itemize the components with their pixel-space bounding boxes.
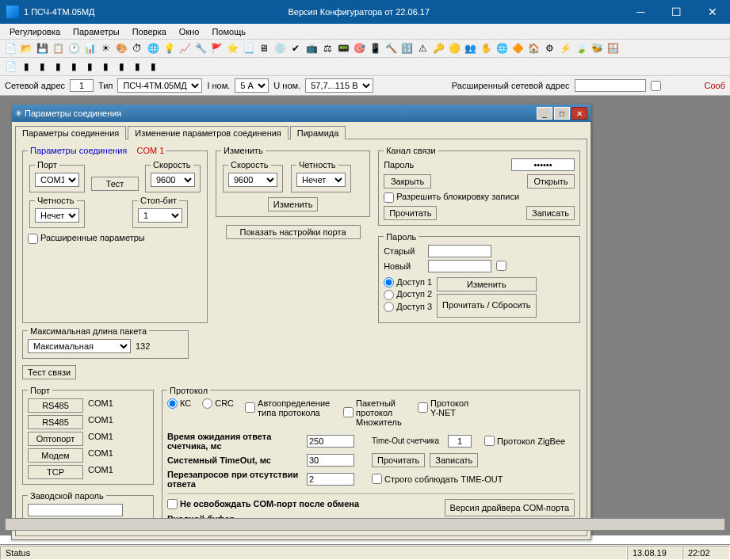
proto-auto-check[interactable] (245, 402, 255, 413)
factory-pwd-input[interactable] (28, 504, 123, 516)
tb2-m6-icon[interactable]: ▮ (98, 59, 113, 74)
proto-wait-input[interactable] (307, 435, 354, 448)
tb2-m1-icon[interactable]: ▮ (19, 59, 33, 74)
access2-radio[interactable] (384, 290, 394, 300)
ext-params-checkbox[interactable] (28, 234, 38, 244)
menu-help[interactable]: Помощь (205, 25, 252, 38)
tb2-m3-icon[interactable]: ▮ (51, 59, 65, 74)
proto-zigbee-check[interactable] (484, 436, 495, 446)
proto-zigbee-label[interactable]: Протокол ZigBee (484, 436, 565, 446)
proto-kc-label[interactable]: КС (167, 398, 191, 409)
tb-scale-icon[interactable]: ⚖ (320, 41, 334, 55)
proto-write-button[interactable]: Записать (430, 453, 478, 467)
tb-save-icon[interactable]: 💾 (35, 41, 49, 55)
type-select[interactable]: ПСЧ-4ТМ.05МД (117, 78, 202, 93)
proto-timeout-meter-input[interactable] (448, 435, 472, 448)
tb-floppy-icon[interactable]: 💿 (273, 41, 287, 55)
pwd-new-check[interactable] (496, 261, 506, 271)
tb-net-icon[interactable]: 🌐 (495, 41, 509, 55)
access3-label[interactable]: Доступ 3 (384, 302, 432, 313)
tab-connection-params[interactable]: Параметры соединения (15, 126, 126, 139)
child-minimize-button[interactable]: _ (537, 107, 552, 120)
tb-people-icon[interactable]: 👥 (463, 41, 477, 55)
tb-gold-icon[interactable]: 🟡 (447, 41, 461, 55)
allow-block-checkbox[interactable] (384, 192, 394, 203)
close-button[interactable]: ✕ (694, 0, 730, 24)
proto-strict-label[interactable]: Строго соблюдать TIME-OUT (372, 474, 503, 484)
port-rs485-2-button[interactable]: RS485 (28, 415, 83, 429)
tab-change-params[interactable]: Изменение параметров соединения (128, 126, 289, 139)
tb-new-icon[interactable]: 📄 (3, 41, 17, 55)
tb2-m2-icon[interactable]: ▮ (35, 59, 49, 74)
tb-tv-icon[interactable]: 📺 (304, 41, 319, 55)
tb-clock-icon[interactable]: 🕐 (67, 41, 81, 55)
menu-check[interactable]: Поверка (126, 25, 173, 38)
tb-window-icon[interactable]: 🪟 (606, 41, 620, 55)
tb-sun-icon[interactable]: ☀ (98, 41, 113, 55)
menu-regulate[interactable]: Регулировка (3, 25, 67, 38)
unom-select[interactable]: 57,7...115 В (305, 78, 373, 93)
tb-warn-icon[interactable]: ⚠ (415, 41, 430, 55)
tb-timer-icon[interactable]: ⏱ (130, 41, 144, 55)
tb-doc-icon[interactable]: 📃 (241, 41, 255, 55)
change-parity-select[interactable]: Нечет (296, 173, 346, 187)
allow-block-label[interactable]: Разрешить блокировку записи (384, 192, 519, 201)
tb2-m5-icon[interactable]: ▮ (82, 59, 97, 74)
speed-select[interactable]: 9600 (151, 173, 195, 187)
pwd-new-input[interactable] (428, 260, 491, 272)
proto-packet-check[interactable] (343, 407, 354, 417)
tb-num-icon[interactable]: 🔢 (399, 41, 414, 55)
driver-version-button[interactable]: Версия драйвера COM-порта (445, 499, 575, 516)
access3-radio[interactable] (384, 302, 394, 312)
show-port-settings-button[interactable]: Показать настройки порта (226, 225, 361, 239)
inom-select[interactable]: 5 А (235, 78, 269, 93)
ext-params-checkbox-label[interactable]: Расширенные параметры (28, 233, 145, 242)
tb-open-icon[interactable]: 📂 (19, 41, 33, 55)
channel-pwd-input[interactable] (511, 158, 575, 171)
tb-tool2-icon[interactable]: 🔨 (384, 41, 398, 55)
test-button[interactable]: Тест (91, 177, 139, 191)
proto-crc-label[interactable]: CRC (202, 398, 234, 409)
tb-flag-icon[interactable]: 🚩 (209, 41, 224, 55)
port-modem-button[interactable]: Модем (28, 448, 83, 463)
pwd-old-input[interactable] (428, 245, 491, 257)
tb-phone-icon[interactable]: 📱 (368, 41, 382, 55)
tb-copy-icon[interactable]: 📋 (51, 41, 65, 55)
port-rs485-1-button[interactable]: RS485 (28, 398, 83, 413)
proto-ynet-check[interactable] (418, 402, 428, 413)
proto-ynet-label[interactable]: Протокол Y-NET (418, 398, 473, 417)
maximize-button[interactable]: ☐ (659, 0, 694, 24)
tb2-page-icon[interactable]: 📄 (3, 59, 17, 74)
tb-screen-icon[interactable]: 🖥 (257, 41, 271, 55)
tb-wrench-icon[interactable]: 🔧 (193, 41, 208, 55)
tb-world-icon[interactable]: 🌐 (146, 41, 160, 55)
tab-pyramid[interactable]: Пирамида (290, 126, 346, 139)
tb-gear-icon[interactable]: ⚙ (542, 41, 556, 55)
channel-read-button[interactable]: Прочитать (384, 206, 437, 220)
tb-bee-icon[interactable]: 🐝 (590, 41, 604, 55)
change-button[interactable]: Изменить (268, 197, 319, 211)
menu-window[interactable]: Окно (173, 25, 206, 38)
maxlen-select[interactable]: Максимальная (28, 339, 131, 353)
tb2-m4-icon[interactable]: ▮ (67, 59, 81, 74)
tb-bulb-icon[interactable]: 💡 (162, 41, 176, 55)
child-close-button[interactable]: ✕ (571, 107, 587, 120)
tb-misc1-icon[interactable]: 🔶 (510, 41, 525, 55)
pwd-change-button[interactable]: Изменить (437, 277, 536, 291)
tb-graph-icon[interactable]: 📊 (82, 41, 97, 55)
tb-house-icon[interactable]: 🏠 (526, 41, 541, 55)
tb-chart-icon[interactable]: 📈 (178, 41, 192, 55)
tb-key-icon[interactable]: 🔑 (431, 41, 445, 55)
proto-nofree-check[interactable] (167, 499, 178, 509)
tb-target-icon[interactable]: 🎯 (352, 41, 366, 55)
stopbit-select[interactable]: 1 (138, 208, 182, 223)
tb2-m9-icon[interactable]: ▮ (146, 59, 160, 74)
pwd-read-reset-button[interactable]: Прочитать / Сбросить (437, 294, 536, 318)
menu-params[interactable]: Параметры (67, 25, 126, 38)
ext-addr-input[interactable] (575, 79, 646, 92)
minimize-button[interactable]: ─ (623, 0, 659, 24)
channel-close-button[interactable]: Закрыть (384, 174, 431, 189)
change-speed-select[interactable]: 9600 (228, 173, 277, 187)
channel-open-button[interactable]: Открыть (527, 174, 575, 189)
access1-radio[interactable] (384, 277, 394, 288)
